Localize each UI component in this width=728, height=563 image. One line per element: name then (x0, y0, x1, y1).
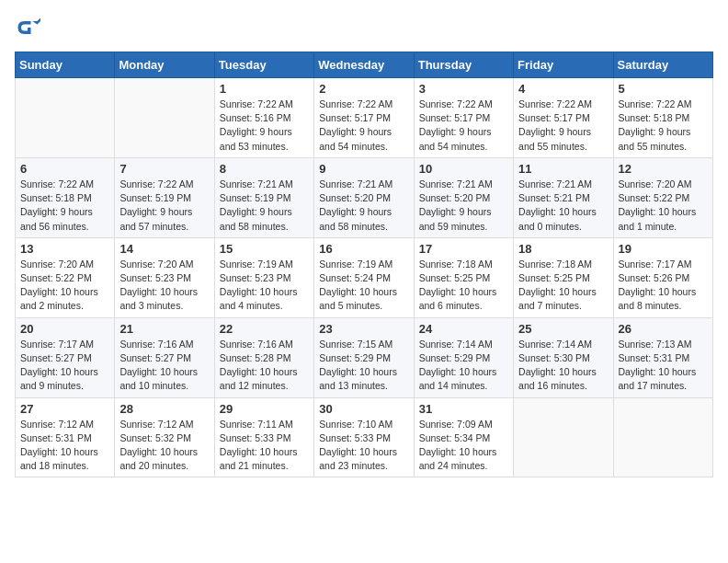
calendar-cell: 4Sunrise: 7:22 AMSunset: 5:17 PMDaylight… (514, 78, 613, 158)
day-info: Sunrise: 7:20 AMSunset: 5:23 PMDaylight:… (119, 258, 209, 314)
day-number: 29 (220, 402, 309, 416)
calendar-cell: 29Sunrise: 7:11 AMSunset: 5:33 PMDayligh… (214, 397, 313, 477)
calendar-cell: 22Sunrise: 7:16 AMSunset: 5:28 PMDayligh… (214, 317, 313, 397)
calendar-cell: 8Sunrise: 7:21 AMSunset: 5:19 PMDaylight… (214, 157, 313, 237)
day-number: 22 (220, 322, 309, 336)
day-info: Sunrise: 7:19 AMSunset: 5:24 PMDaylight:… (319, 258, 408, 314)
day-info: Sunrise: 7:17 AMSunset: 5:27 PMDaylight:… (20, 338, 109, 394)
calendar-cell: 23Sunrise: 7:15 AMSunset: 5:29 PMDayligh… (314, 317, 414, 397)
calendar-cell: 15Sunrise: 7:19 AMSunset: 5:23 PMDayligh… (214, 237, 313, 317)
day-number: 30 (319, 402, 408, 416)
day-number: 12 (619, 162, 708, 176)
calendar-cell: 9Sunrise: 7:21 AMSunset: 5:20 PMDaylight… (314, 157, 414, 237)
weekday-header: Tuesday (214, 52, 313, 78)
day-number: 23 (319, 322, 408, 336)
calendar-cell: 18Sunrise: 7:18 AMSunset: 5:25 PMDayligh… (514, 237, 613, 317)
day-number: 27 (20, 402, 109, 416)
calendar-cell: 5Sunrise: 7:22 AMSunset: 5:18 PMDaylight… (613, 78, 712, 158)
calendar-cell: 10Sunrise: 7:21 AMSunset: 5:20 PMDayligh… (414, 157, 513, 237)
day-number: 9 (319, 162, 408, 176)
day-number: 24 (419, 322, 508, 336)
day-number: 3 (419, 82, 508, 96)
day-number: 21 (119, 322, 209, 336)
calendar-cell: 17Sunrise: 7:18 AMSunset: 5:25 PMDayligh… (414, 237, 513, 317)
calendar-cell: 12Sunrise: 7:20 AMSunset: 5:22 PMDayligh… (613, 157, 712, 237)
day-number: 13 (20, 242, 109, 256)
calendar-cell: 3Sunrise: 7:22 AMSunset: 5:17 PMDaylight… (414, 78, 513, 158)
calendar-cell: 11Sunrise: 7:21 AMSunset: 5:21 PMDayligh… (514, 157, 613, 237)
day-info: Sunrise: 7:20 AMSunset: 5:22 PMDaylight:… (20, 258, 109, 314)
day-number: 17 (419, 242, 508, 256)
day-number: 4 (518, 82, 608, 96)
day-number: 19 (619, 242, 708, 256)
weekday-header: Wednesday (314, 52, 414, 78)
calendar-cell (115, 78, 214, 158)
day-info: Sunrise: 7:17 AMSunset: 5:26 PMDaylight:… (619, 258, 708, 314)
calendar-cell: 2Sunrise: 7:22 AMSunset: 5:17 PMDaylight… (314, 78, 414, 158)
day-info: Sunrise: 7:18 AMSunset: 5:25 PMDaylight:… (518, 258, 608, 314)
calendar-cell (613, 397, 712, 477)
calendar-cell: 25Sunrise: 7:14 AMSunset: 5:30 PMDayligh… (514, 317, 613, 397)
day-info: Sunrise: 7:22 AMSunset: 5:17 PMDaylight:… (319, 98, 408, 154)
calendar-cell (16, 78, 115, 158)
calendar-week-row: 13Sunrise: 7:20 AMSunset: 5:22 PMDayligh… (16, 237, 713, 317)
calendar-cell (514, 397, 613, 477)
calendar-cell: 31Sunrise: 7:09 AMSunset: 5:34 PMDayligh… (414, 397, 513, 477)
weekday-header: Saturday (613, 52, 712, 78)
day-info: Sunrise: 7:22 AMSunset: 5:16 PMDaylight:… (220, 98, 309, 154)
day-number: 11 (518, 162, 608, 176)
day-info: Sunrise: 7:21 AMSunset: 5:20 PMDaylight:… (419, 178, 508, 234)
day-info: Sunrise: 7:21 AMSunset: 5:20 PMDaylight:… (319, 178, 408, 234)
day-number: 15 (220, 242, 309, 256)
calendar-table: SundayMondayTuesdayWednesdayThursdayFrid… (15, 52, 713, 477)
logo-icon (15, 15, 40, 40)
calendar-cell: 16Sunrise: 7:19 AMSunset: 5:24 PMDayligh… (314, 237, 414, 317)
day-number: 6 (20, 162, 109, 176)
weekday-header: Monday (115, 52, 214, 78)
calendar-cell: 13Sunrise: 7:20 AMSunset: 5:22 PMDayligh… (16, 237, 115, 317)
day-info: Sunrise: 7:22 AMSunset: 5:17 PMDaylight:… (419, 98, 508, 154)
day-number: 14 (119, 242, 209, 256)
day-number: 7 (119, 162, 209, 176)
day-info: Sunrise: 7:16 AMSunset: 5:28 PMDaylight:… (220, 338, 309, 394)
day-info: Sunrise: 7:22 AMSunset: 5:18 PMDaylight:… (619, 98, 708, 154)
weekday-header: Thursday (414, 52, 513, 78)
calendar-week-row: 20Sunrise: 7:17 AMSunset: 5:27 PMDayligh… (16, 317, 713, 397)
day-number: 2 (319, 82, 408, 96)
day-number: 31 (419, 402, 508, 416)
calendar-cell: 19Sunrise: 7:17 AMSunset: 5:26 PMDayligh… (613, 237, 712, 317)
weekday-header: Sunday (16, 52, 115, 78)
day-number: 26 (619, 322, 708, 336)
calendar-cell: 6Sunrise: 7:22 AMSunset: 5:18 PMDaylight… (16, 157, 115, 237)
calendar-cell: 28Sunrise: 7:12 AMSunset: 5:32 PMDayligh… (115, 397, 214, 477)
day-number: 20 (20, 322, 109, 336)
day-info: Sunrise: 7:11 AMSunset: 5:33 PMDaylight:… (220, 418, 309, 474)
day-info: Sunrise: 7:18 AMSunset: 5:25 PMDaylight:… (419, 258, 508, 314)
day-info: Sunrise: 7:21 AMSunset: 5:21 PMDaylight:… (518, 178, 608, 234)
calendar-cell: 14Sunrise: 7:20 AMSunset: 5:23 PMDayligh… (115, 237, 214, 317)
day-info: Sunrise: 7:22 AMSunset: 5:19 PMDaylight:… (119, 178, 209, 234)
day-number: 28 (119, 402, 209, 416)
calendar-cell: 21Sunrise: 7:16 AMSunset: 5:27 PMDayligh… (115, 317, 214, 397)
day-info: Sunrise: 7:10 AMSunset: 5:33 PMDaylight:… (319, 418, 408, 474)
calendar-header-row: SundayMondayTuesdayWednesdayThursdayFrid… (16, 52, 713, 78)
day-info: Sunrise: 7:12 AMSunset: 5:31 PMDaylight:… (20, 418, 109, 474)
day-number: 10 (419, 162, 508, 176)
day-info: Sunrise: 7:22 AMSunset: 5:17 PMDaylight:… (518, 98, 608, 154)
calendar-cell: 30Sunrise: 7:10 AMSunset: 5:33 PMDayligh… (314, 397, 414, 477)
calendar-cell: 1Sunrise: 7:22 AMSunset: 5:16 PMDaylight… (214, 78, 313, 158)
day-info: Sunrise: 7:21 AMSunset: 5:19 PMDaylight:… (220, 178, 309, 234)
page-header (15, 15, 713, 40)
day-info: Sunrise: 7:16 AMSunset: 5:27 PMDaylight:… (119, 338, 209, 394)
day-number: 25 (518, 322, 608, 336)
day-info: Sunrise: 7:14 AMSunset: 5:29 PMDaylight:… (419, 338, 508, 394)
calendar-cell: 24Sunrise: 7:14 AMSunset: 5:29 PMDayligh… (414, 317, 513, 397)
day-info: Sunrise: 7:14 AMSunset: 5:30 PMDaylight:… (518, 338, 608, 394)
day-number: 16 (319, 242, 408, 256)
weekday-header: Friday (514, 52, 613, 78)
day-number: 8 (220, 162, 309, 176)
day-number: 5 (619, 82, 708, 96)
calendar-cell: 26Sunrise: 7:13 AMSunset: 5:31 PMDayligh… (613, 317, 712, 397)
day-info: Sunrise: 7:09 AMSunset: 5:34 PMDaylight:… (419, 418, 508, 474)
day-info: Sunrise: 7:19 AMSunset: 5:23 PMDaylight:… (220, 258, 309, 314)
